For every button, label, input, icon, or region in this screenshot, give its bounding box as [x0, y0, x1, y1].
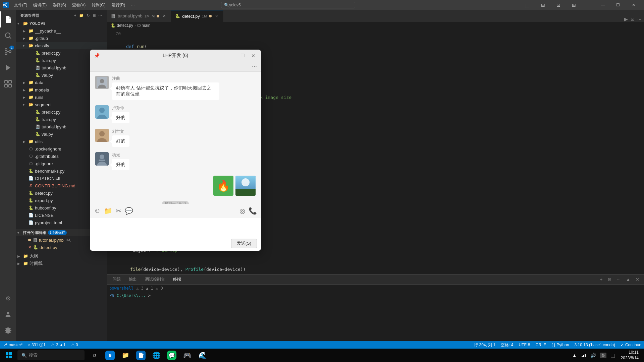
folder-toolbar-icon[interactable]: 📁: [104, 207, 112, 215]
refresh-icon[interactable]: ↻: [86, 13, 91, 18]
root-folder-item[interactable]: ▾ 📂 YOLOV5: [16, 20, 107, 27]
tab-detect[interactable]: 🐍 detect.py 1M ✕: [171, 10, 223, 22]
vscode-taskbar-icon[interactable]: [133, 349, 148, 362]
close-button[interactable]: ✕: [626, 0, 641, 10]
tab-tutorial-close[interactable]: ✕: [161, 13, 167, 19]
layout3-icon[interactable]: ⊡: [551, 0, 566, 10]
encoding-status[interactable]: UTF-8: [516, 341, 533, 349]
wechat-minimize-button[interactable]: —: [227, 51, 237, 61]
scissors-toolbar-icon[interactable]: ✂: [116, 207, 121, 215]
menu-file[interactable]: 文件(F): [11, 2, 30, 9]
run-debug-activity-icon[interactable]: [0, 60, 16, 76]
run-file-icon[interactable]: ▶: [624, 16, 628, 22]
breadcrumb-symbol[interactable]: ⬡ main: [137, 23, 150, 28]
menu-view[interactable]: 查看(V): [69, 2, 88, 9]
new-folder-icon[interactable]: 📁: [78, 13, 85, 18]
source-control-activity-icon[interactable]: 1: [0, 44, 16, 60]
terminal-tab-item[interactable]: 终端: [170, 276, 184, 283]
wechat-messages[interactable]: 注曲 @所有人 估计那边抗议了，你们明天搬回去之前的座位坐 卢孙仲 好的: [90, 72, 261, 204]
github-folder[interactable]: ▶ 📁 .github: [16, 35, 107, 42]
wechat-input-field[interactable]: [90, 218, 261, 241]
sidebar-more-icon[interactable]: ···: [98, 13, 103, 18]
maximize-terminal-icon[interactable]: ▲: [624, 276, 632, 283]
debug-console-tab[interactable]: 调试控制台: [142, 276, 168, 283]
terminal-content[interactable]: powershell ⚠ 3 ▲ 1 ⚠ 0 PS C:\Users\... >: [107, 285, 644, 341]
phone-toolbar-icon[interactable]: 📞: [249, 207, 257, 215]
wechat-maximize-button[interactable]: ☐: [237, 51, 248, 61]
edge-taskbar-icon[interactable]: e: [103, 349, 117, 362]
maximize-button[interactable]: ☐: [610, 0, 626, 10]
menu-goto[interactable]: 转到(G): [89, 2, 108, 9]
layout-icon[interactable]: ⬚: [520, 0, 535, 10]
errors-status[interactable]: ⚠ 0: [68, 341, 81, 349]
title-bar-search[interactable]: 🔍 yolov5: [221, 2, 355, 8]
runs-label: runs: [35, 95, 43, 100]
new-terminal-icon[interactable]: +: [598, 276, 605, 283]
problems-tab[interactable]: 问题: [109, 276, 124, 283]
settings-activity-icon[interactable]: [0, 322, 16, 339]
chat-toolbar-icon[interactable]: 💬: [125, 207, 133, 215]
task-view-button[interactable]: ⧉: [87, 349, 102, 362]
show-hidden-icons[interactable]: ▲: [570, 349, 579, 362]
output-tab[interactable]: 输出: [125, 276, 140, 283]
notification-icon[interactable]: ⬚: [608, 349, 617, 362]
indent-status[interactable]: 空格: 4: [498, 341, 516, 349]
app6-taskbar-icon[interactable]: 🎮: [180, 349, 195, 362]
sticker-emoji: 🔥: [213, 176, 233, 196]
layout4-icon[interactable]: ⊞: [566, 0, 582, 10]
remote-activity-icon[interactable]: ⊗: [0, 290, 16, 306]
minimize-button[interactable]: —: [595, 0, 610, 10]
wechat-pin-icon[interactable]: 📌: [94, 53, 100, 58]
chrome-taskbar-icon[interactable]: 🌐: [149, 349, 164, 362]
tab-detect-close[interactable]: ✕: [214, 13, 219, 19]
file-explorer-taskbar-icon[interactable]: 📁: [118, 349, 133, 362]
close-detect-icon[interactable]: ✕: [28, 245, 32, 250]
branch-status[interactable]: ⎇ master*: [0, 341, 25, 349]
network-icon[interactable]: [579, 349, 588, 362]
wechat-dialog[interactable]: 📌 LHP开发 (6) — ☐ ✕ ···: [90, 50, 261, 251]
app7-taskbar-icon[interactable]: 🌊: [195, 349, 210, 362]
pycache-folder[interactable]: ▶ 📁 __pycache__: [16, 27, 107, 35]
terminal-more-icon[interactable]: ···: [615, 276, 623, 283]
tab-tutorial[interactable]: 📓 tutorial.ipynb 1M, M ✕: [107, 10, 171, 22]
split-terminal-icon[interactable]: ⊟: [606, 276, 613, 283]
wechat-send-button[interactable]: 发送(S): [231, 239, 257, 248]
timeline-folder[interactable]: ▶ 📁 时间线: [16, 260, 107, 267]
line-ending-status[interactable]: CRLF: [533, 341, 549, 349]
menu-select[interactable]: 选择(S): [50, 2, 69, 9]
cursor-position-status[interactable]: 行 304, 列 1: [471, 341, 498, 349]
close-terminal-icon[interactable]: ✕: [634, 276, 641, 283]
taskbar-search[interactable]: 🔍 搜索: [17, 350, 85, 360]
start-button[interactable]: [1, 349, 16, 362]
classify-folder[interactable]: ▾ 📂 classify: [16, 42, 107, 49]
extensions-activity-icon[interactable]: [0, 76, 16, 92]
benchmarks-label: benchmarks.py: [35, 169, 64, 174]
menu-more[interactable]: ...: [128, 2, 137, 9]
accounts-activity-icon[interactable]: [0, 306, 16, 322]
menu-run[interactable]: 运行(R): [109, 2, 128, 9]
split-editor-icon[interactable]: ⊡: [631, 16, 635, 22]
explorer-activity-icon[interactable]: [0, 11, 16, 27]
python-version-status[interactable]: 3.10.13 ('base': conda): [572, 341, 618, 349]
continue-status[interactable]: ✓ Continue: [618, 341, 644, 349]
large-folder[interactable]: ▶ 📁 大纲: [16, 252, 107, 260]
camera-toolbar-icon[interactable]: ◎: [239, 207, 245, 215]
menu-edit[interactable]: 编辑(E): [31, 2, 49, 9]
wechat-more-button[interactable]: ···: [252, 63, 257, 70]
breadcrumb-file[interactable]: 🐍 detect.py: [111, 23, 133, 28]
language-status[interactable]: { } Python: [549, 341, 572, 349]
wechat-taskbar-icon[interactable]: 💬: [164, 349, 179, 362]
wechat-close-button[interactable]: ✕: [248, 51, 258, 61]
layout2-icon[interactable]: ⊟: [535, 0, 551, 10]
more-actions-icon[interactable]: ···: [637, 16, 641, 22]
volume-icon[interactable]: 🔊: [588, 349, 598, 362]
clock[interactable]: 10:11 2023/8/14: [617, 349, 643, 362]
emoji-toolbar-icon[interactable]: ☺: [94, 207, 101, 215]
new-file-icon[interactable]: +: [73, 13, 77, 18]
warning-icon: ⚠: [51, 343, 55, 347]
sync-status[interactable]: ○ 331 ⓘ1: [25, 341, 48, 349]
collapse-icon[interactable]: ⊟: [92, 13, 97, 18]
warnings-status[interactable]: ⚠ 3 ▲1: [48, 341, 68, 349]
ime-icon[interactable]: 英: [598, 349, 608, 362]
search-activity-icon[interactable]: [0, 27, 16, 44]
